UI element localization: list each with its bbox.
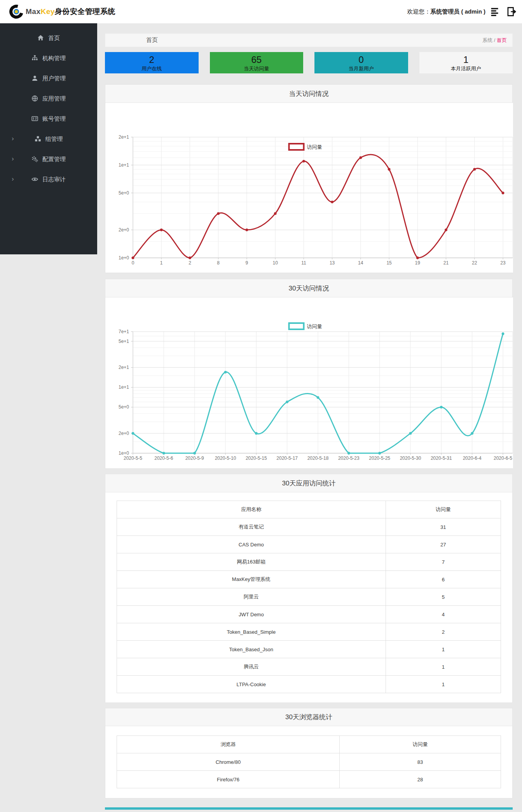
- svg-text:2e+1: 2e+1: [119, 134, 129, 140]
- column-header: 应用名称: [117, 501, 386, 518]
- sidebar-item-accounts[interactable]: 账号管理: [0, 109, 97, 129]
- svg-text:2020-5-25: 2020-5-25: [369, 456, 390, 461]
- stat-value: 65: [210, 54, 304, 65]
- sidebar-item-apps[interactable]: 应用管理: [0, 89, 97, 109]
- svg-text:19: 19: [415, 260, 421, 266]
- stat-label: 当天访问量: [210, 65, 304, 72]
- table-cell: Token_Based_Simple: [117, 623, 386, 641]
- today-visits-chart: 2e+11e+15e+02e+01e+001289101113141519212…: [105, 103, 512, 273]
- sidebar-item-label: 账号管理: [42, 115, 66, 123]
- sidebar-item-groups[interactable]: ›组管理: [0, 129, 97, 149]
- breadcrumb-separator: /: [492, 37, 497, 43]
- app-visits-table: 应用名称访问量有道云笔记31CAS Demo27网易163邮箱7MaxKey管理…: [117, 501, 501, 693]
- browser-visits-table: 浏览器访问量Chrome/8083Firefox/7628: [117, 735, 501, 788]
- svg-text:0: 0: [132, 260, 134, 266]
- maxkey-dashboard: MaxKey身份安全管理系统 欢迎您：系统管理员 ( admin ) 首页机构管…: [0, 0, 522, 812]
- sidebar-item-users[interactable]: 用户管理: [0, 68, 97, 89]
- data-point: [347, 452, 350, 455]
- data-point: [132, 432, 134, 435]
- table-cell: 6: [386, 571, 501, 588]
- data-point: [160, 229, 163, 231]
- table-cell: 1: [386, 641, 501, 658]
- svg-text:2020-5-9: 2020-5-9: [185, 456, 204, 461]
- table-cell: Firefox/76: [117, 771, 340, 788]
- table-cell: LTPA-Cookie: [117, 676, 386, 693]
- user-icon: [31, 75, 38, 82]
- id-card-icon: [31, 115, 38, 122]
- panel-title: 30天浏览器统计: [105, 708, 512, 726]
- table-cell: 1: [386, 658, 501, 676]
- sidebar-item-config[interactable]: ›配置管理: [0, 149, 97, 169]
- table-row: Firefox/7628: [117, 771, 501, 788]
- table-row: JWT Demo4: [117, 606, 501, 623]
- brand[interactable]: MaxKey身份安全管理系统: [9, 5, 115, 19]
- svg-text:2020-5-18: 2020-5-18: [307, 456, 329, 461]
- panel-app-stats: 30天应用访问统计 应用名称访问量有道云笔记31CAS Demo27网易163邮…: [105, 474, 513, 703]
- table-row: LTPA-Cookie1: [117, 676, 501, 693]
- table-cell: 4: [386, 606, 501, 623]
- table-header-row: 应用名称访问量: [117, 501, 501, 518]
- breadcrumb-current[interactable]: 首页: [497, 37, 507, 43]
- stat-label: 本月活跃用户: [419, 65, 513, 72]
- svg-text:2020-6-4: 2020-6-4: [463, 456, 482, 461]
- svg-text:1e+1: 1e+1: [119, 384, 129, 390]
- 30day-visits-chart: 7e+15e+12e+11e+15e+02e+01e+02020-5-52020…: [105, 297, 512, 468]
- table-cell: 有道云笔记: [117, 518, 386, 536]
- page-header-bar: 首页 系统 / 首页: [105, 33, 513, 47]
- svg-text:2020-5-15: 2020-5-15: [246, 456, 267, 461]
- sidebar-menu: 首页机构管理用户管理应用管理账号管理›组管理›配置管理›日志审计: [0, 28, 97, 190]
- table-cell: 83: [340, 753, 501, 771]
- table-row: 网易163邮箱7: [117, 553, 501, 571]
- data-point: [440, 406, 443, 409]
- legend[interactable]: 访问量: [289, 144, 322, 150]
- chevron-right-icon: ›: [12, 135, 14, 143]
- sidebar-item-label: 配置管理: [42, 156, 66, 163]
- sidebar-item-home[interactable]: 首页: [0, 28, 97, 48]
- table-cell: CAS Demo: [117, 536, 386, 553]
- logout-icon[interactable]: [506, 6, 517, 17]
- sidebar-item-audit[interactable]: ›日志审计: [0, 169, 97, 190]
- svg-text:5e+0: 5e+0: [119, 190, 129, 196]
- svg-text:10: 10: [273, 260, 278, 266]
- maxkey-logo-icon: [9, 5, 23, 19]
- main-content: 首页 系统 / 首页 2用户在线65当天访问量0当月新用户1本月活跃用户 当天访…: [97, 23, 522, 810]
- welcome-text: 欢迎您：系统管理员 ( admin ): [407, 8, 485, 16]
- table-cell: 腾讯云: [117, 658, 386, 676]
- svg-text:5e+0: 5e+0: [119, 404, 129, 410]
- panel-title: 30天应用访问统计: [105, 474, 512, 492]
- data-point: [189, 257, 191, 259]
- list-icon[interactable]: [490, 6, 501, 17]
- column-header: 访问量: [386, 501, 501, 518]
- svg-text:14: 14: [358, 260, 363, 266]
- stat-value: 0: [314, 54, 408, 65]
- panel-title: 当天访问情况: [105, 85, 512, 103]
- stat-card-today-visits: 65当天访问量: [210, 52, 304, 73]
- table-cell: 28: [340, 771, 501, 788]
- svg-text:2e+0: 2e+0: [119, 227, 129, 233]
- table-row: Chrome/8083: [117, 753, 501, 771]
- legend[interactable]: 访问量: [289, 323, 322, 329]
- stat-card-users-online: 2用户在线: [105, 52, 199, 73]
- sidebar-item-label: 机构管理: [42, 55, 66, 62]
- data-point: [217, 212, 220, 215]
- svg-text:1: 1: [160, 260, 163, 266]
- panel-title: 30天访问情况: [105, 279, 512, 297]
- breadcrumb-root[interactable]: 系统: [482, 37, 492, 43]
- table-row: 腾讯云1: [117, 658, 501, 676]
- sidebar-item-label: 用户管理: [42, 75, 66, 82]
- svg-text:2020-5-5: 2020-5-5: [124, 456, 142, 461]
- table-cell: 27: [386, 536, 501, 553]
- svg-text:2020-5-30: 2020-5-30: [400, 456, 421, 461]
- svg-text:21: 21: [443, 260, 449, 266]
- svg-text:11: 11: [301, 260, 306, 266]
- sidebar-item-org[interactable]: 机构管理: [0, 48, 97, 68]
- stat-label: 当月新用户: [314, 65, 408, 72]
- app-title: MaxKey身份安全管理系统: [26, 7, 115, 17]
- sidebar-item-label: 组管理: [45, 136, 63, 143]
- table-cell: 31: [386, 518, 501, 536]
- svg-text:2e+1: 2e+1: [119, 365, 129, 370]
- breadcrumb: 系统 / 首页: [482, 37, 512, 44]
- 30天访问情况-svg: 7e+15e+12e+11e+15e+02e+01e+02020-5-52020…: [105, 297, 513, 468]
- data-point: [359, 156, 362, 159]
- table-header-row: 浏览器访问量: [117, 736, 501, 753]
